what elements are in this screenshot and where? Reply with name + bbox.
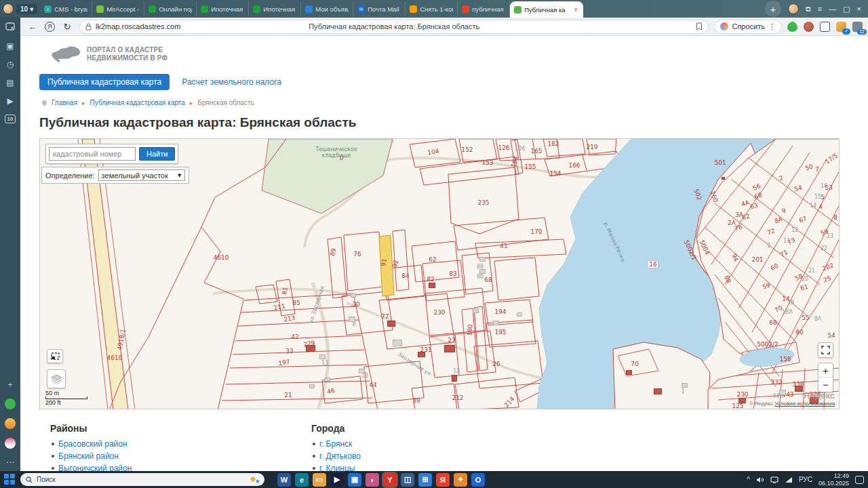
reload-button[interactable]: ↻ [60,22,74,32]
browser-tab[interactable]: ⌂CMS - bryansky [40,1,92,16]
nav-tab-public-map[interactable]: Публичная кадастровая карта [39,74,170,90]
terms-link[interactable]: Условия использования [774,401,835,407]
notification-center-icon[interactable] [855,476,864,484]
rail-more-icon[interactable]: ⋯ [5,458,16,467]
taskbar-search[interactable]: Поиск [20,473,264,486]
start-button[interactable] [4,474,16,485]
translator-extension-icon[interactable] [820,22,830,32]
tab-label: Почта Mail [368,5,401,13]
browser-tab[interactable]: ✉Почта Mail [353,1,406,16]
browser-tab-active[interactable]: Публичная ка× [510,1,583,18]
video-icon[interactable]: ▶ [5,96,16,106]
url-input[interactable]: lk2map.roscadastres.com Публичная кадаст… [79,20,709,34]
list-item: г. Дятьково [311,451,572,461]
layers-button[interactable] [47,369,66,388]
system-tray: ^ РУС 12:49 06.10.2025 [747,472,864,487]
taskbar-app-edge[interactable]: e [295,473,309,487]
tab-label: Снять 1-комнат [420,5,453,13]
zoom-control: + − [818,363,833,392]
browser-tab[interactable]: публичная кадр [458,1,510,16]
tray-time: 12:49 [818,472,849,479]
extension-icon[interactable] [804,22,814,32]
taskbar-apps: We▭▶▣◗Y◫⊞Я✦O [277,473,485,487]
taskbar-app-yandex[interactable]: Я [436,473,450,487]
city-link[interactable]: г. Клинцы [319,464,355,471]
taskbar-app-keys[interactable]: ✦ [454,473,467,487]
site-logo[interactable]: ПОРТАЛ О КАДАСТРЕ НЕДВИЖИМОСТИ В РФ [50,44,868,64]
district-link[interactable]: Брасовский район [58,439,127,449]
taskbar-clock[interactable]: 12:49 06.10.2025 [818,472,849,487]
tab-list: ⌂CMS - bryanskyMirAccept - кодОнлайн под… [40,0,762,18]
browser-user-avatar[interactable] [788,3,799,14]
search-button[interactable]: Найти [139,147,175,161]
new-tab-button[interactable]: + [765,1,781,17]
zoom-out-button[interactable]: − [818,378,833,392]
taskbar-app-media-player[interactable]: ▶ [330,473,344,487]
tray-date: 06.10.2025 [818,480,849,487]
tab-label: Ипотечная сдел [263,5,296,13]
cadastral-number-input[interactable] [49,147,136,161]
restore-button[interactable]: ▢ [843,5,850,14]
object-type-select[interactable]: земельный участок ▾ [98,169,185,181]
browser-tab[interactable]: Мои объявлени [301,1,353,16]
list-item: г. Клинцы [311,464,572,471]
zoom-in-button[interactable]: + [818,363,833,378]
volume-icon[interactable] [756,476,764,483]
yandex-home-button[interactable]: Я [45,22,55,32]
taskbar-app-explorer[interactable]: ▭ [313,473,326,487]
language-indicator[interactable]: РУС [799,476,812,483]
back-button[interactable]: ← [26,22,39,32]
collections-icon[interactable]: ▤ [5,78,16,87]
extent-tool-button[interactable] [47,349,63,363]
more-options-icon[interactable]: ⋮ [768,22,776,31]
minimize-button[interactable]: — [829,5,836,13]
rail-tab-counter[interactable]: 10 [5,115,16,123]
browser-side-rail: ▣ ◷ ▤ ▶ 10 + ⋯ [0,36,20,471]
breadcrumb-map[interactable]: Публичная кадастровая карта [90,99,185,106]
downloads-icon[interactable]: 12 [852,22,863,32]
wallet-extension-icon[interactable]: ✓ [836,22,846,32]
tray-chevron-icon[interactable]: ^ [747,476,750,483]
ai-icon [720,22,728,30]
taskbar-app-calculator[interactable]: ◫ [401,473,414,487]
taskbar-app-paint[interactable]: ◗ [366,473,379,487]
district-link[interactable]: Выгоничский район [58,464,132,471]
city-link[interactable]: г. Брянск [319,439,352,449]
taskbar-app-photos[interactable]: ▣ [348,473,361,487]
add-shortcut-icon[interactable]: + [5,380,16,390]
cadastral-map[interactable]: 461046104918/101041521531261651641551822… [39,138,840,409]
sidebar-toggle-icon[interactable] [0,18,20,36]
nav-tab-land-tax[interactable]: Расчет земельного налога [182,77,281,87]
ask-ai-button[interactable]: Спросить ⋮ [714,20,782,34]
menu-icon[interactable]: ≡ [818,5,822,13]
history-icon[interactable]: ◷ [5,60,16,69]
close-button[interactable]: × [857,5,861,13]
taskbar-app-yandex-browser[interactable]: Y [383,473,397,487]
adblock-shield-icon[interactable] [787,22,797,32]
profile-avatar-icon[interactable] [3,3,14,14]
browser-tab[interactable]: Онлайн подача [144,1,197,16]
bookmarks-panel-icon[interactable]: ⧉ [806,5,811,14]
browser-tab[interactable]: Ипотечная сдел [249,1,301,16]
districts-list: Брасовский районБрянский районВыгоничски… [50,439,311,471]
taskbar-app-store[interactable]: ⊞ [418,473,432,487]
breadcrumb-home[interactable]: Главная [52,99,77,106]
tab-counter[interactable]: 10 ▾ [16,4,37,14]
city-link[interactable]: г. Дятьково [319,451,361,461]
browser-tab[interactable]: MirAccept - код [92,1,144,16]
screen-cast-icon[interactable] [770,476,778,483]
screenshot-icon[interactable]: ▣ [5,41,16,51]
taskbar-app-word[interactable]: W [277,473,291,487]
taskbar-app-outlook[interactable]: O [471,473,485,487]
breadcrumb-separator: ▸ [190,100,193,106]
network-icon[interactable] [785,476,793,483]
app-shortcut-orange-icon[interactable] [5,418,16,429]
browser-tab[interactable]: Снять 1-комнат [406,1,458,16]
fullscreen-button[interactable] [818,342,833,358]
district-link[interactable]: Брянский район [58,451,119,461]
app-shortcut-green-icon[interactable] [5,399,16,409]
tab-close-icon[interactable]: × [572,6,579,14]
app-shortcut-cloud-icon[interactable] [5,438,16,449]
windows-taskbar: Поиск We▭▶▣◗Y◫⊞Я✦O ^ РУС 12:49 06.10.202… [0,471,868,488]
browser-tab[interactable]: Ипотечная сдел [197,1,249,16]
